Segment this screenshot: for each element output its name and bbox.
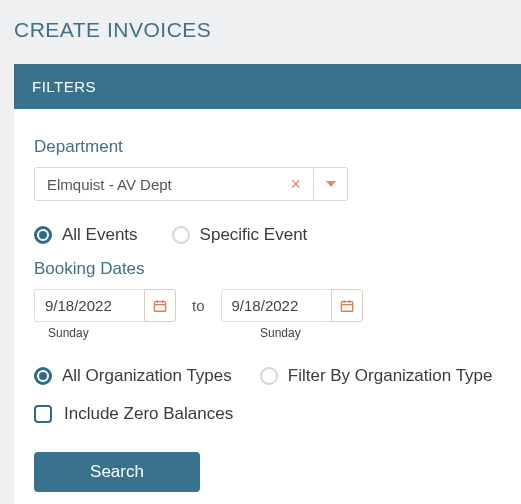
page-title: CREATE INVOICES [14, 18, 521, 42]
radio-specific-event[interactable]: Specific Event [172, 225, 308, 245]
include-zero-balances-label: Include Zero Balances [64, 404, 233, 424]
department-label: Department [34, 137, 501, 157]
department-select[interactable]: Elmquist - AV Dept × [34, 167, 314, 201]
date-from-dow: Sunday [48, 326, 190, 340]
radio-filter-org-type-label: Filter By Organization Type [288, 366, 493, 386]
radio-all-org-types[interactable]: All Organization Types [34, 366, 232, 386]
radio-all-org-types-label: All Organization Types [62, 366, 232, 386]
radio-icon [260, 367, 278, 385]
radio-filter-org-type[interactable]: Filter By Organization Type [260, 366, 493, 386]
checkbox-icon [34, 405, 52, 423]
radio-all-events[interactable]: All Events [34, 225, 138, 245]
radio-icon [34, 226, 52, 244]
department-dropdown-toggle[interactable] [314, 167, 348, 201]
date-to-input[interactable]: 9/18/2022 [221, 289, 331, 322]
search-button[interactable]: Search [34, 452, 200, 492]
chevron-down-icon [326, 181, 336, 187]
svg-rect-0 [154, 301, 165, 311]
radio-all-events-label: All Events [62, 225, 138, 245]
panel-body: Department Elmquist - AV Dept × All Even… [14, 109, 521, 504]
radio-icon [34, 367, 52, 385]
panel-header: FILTERS [14, 64, 521, 109]
radio-specific-event-label: Specific Event [200, 225, 308, 245]
department-value: Elmquist - AV Dept [47, 176, 172, 193]
clear-icon[interactable]: × [288, 175, 303, 193]
radio-icon [172, 226, 190, 244]
to-label: to [188, 297, 209, 314]
date-from-input[interactable]: 9/18/2022 [34, 289, 144, 322]
date-to-dow: Sunday [260, 326, 301, 340]
include-zero-balances-checkbox[interactable]: Include Zero Balances [34, 404, 501, 424]
svg-rect-4 [341, 301, 352, 311]
filters-panel: FILTERS Department Elmquist - AV Dept × … [14, 64, 521, 504]
date-from-picker-button[interactable] [144, 289, 176, 322]
date-to-picker-button[interactable] [331, 289, 363, 322]
calendar-icon [340, 299, 354, 313]
booking-dates-label: Booking Dates [34, 259, 501, 279]
calendar-icon [153, 299, 167, 313]
